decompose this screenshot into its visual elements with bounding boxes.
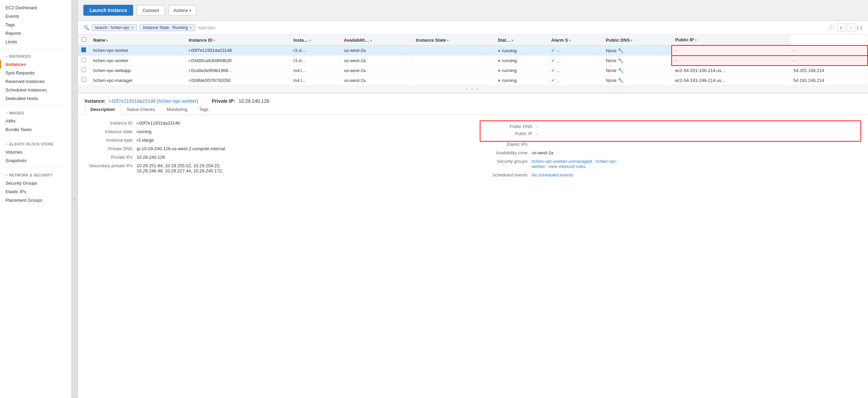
- instance-type-cell: r3.xl…: [290, 56, 340, 66]
- row-select-checkbox[interactable]: [82, 77, 86, 82]
- sidebar-item-volumes[interactable]: Volumes: [0, 148, 71, 156]
- sidebar-item-scheduled-instances[interactable]: Scheduled Instances: [0, 86, 71, 94]
- sort-icon[interactable]: ▾: [569, 39, 571, 42]
- column-header-7[interactable]: Alarm S▾: [548, 35, 602, 45]
- column-header-9[interactable]: Public IP▾: [672, 35, 790, 45]
- column-header-5[interactable]: Instance State▾: [412, 35, 494, 45]
- section-toggle-icon[interactable]: −: [5, 111, 8, 115]
- select-all-checkbox[interactable]: [82, 37, 86, 42]
- sort-icon[interactable]: ▾: [631, 39, 632, 42]
- table-row[interactable]: hchen-vpc-webappi-01a9a3e959b1968…m4.l…u…: [78, 66, 868, 75]
- column-header-6[interactable]: Stat…▾: [494, 35, 548, 45]
- section-toggle-icon[interactable]: −: [5, 54, 8, 59]
- detail-right-col: Public DNS-Public IP- Elastic IPsAvailab…: [480, 120, 861, 181]
- detail-label: Private DNS: [85, 146, 132, 151]
- sort-icon[interactable]: ▾: [309, 39, 311, 42]
- state-filter-remove-icon[interactable]: ✕: [189, 26, 192, 30]
- detail-panel: Instance: i-00f7e11931da23146 (hchen-vpc…: [78, 93, 868, 398]
- detail-left-col: Instance IDi-00f7e11931da23146Instance s…: [85, 120, 466, 181]
- sort-icon[interactable]: ▾: [370, 39, 372, 42]
- section-toggle-icon[interactable]: −: [5, 142, 8, 146]
- sidebar-item-reserved-instances[interactable]: Reserved Instances: [0, 77, 71, 86]
- sidebar-item-amis[interactable]: AMIs: [0, 117, 71, 125]
- instances-table-container: Name▾Instance ID▾Insta…▾Availabilit…▾Ins…: [78, 35, 868, 85]
- search-filter-tag[interactable]: search : hchen-vpc ✕: [92, 24, 137, 31]
- help-icon[interactable]: ?: [828, 25, 835, 31]
- sort-icon[interactable]: ▾: [512, 39, 513, 42]
- detail-label: Private IPs: [85, 155, 132, 160]
- detail-row: Elastic IPs: [480, 142, 861, 147]
- table-row[interactable]: hchen-vpc-workeri-03400ca630df49b30r3.xl…: [78, 56, 868, 66]
- sidebar-item-limits[interactable]: Limits: [0, 38, 71, 46]
- tab-monitoring[interactable]: Monitoring: [161, 104, 193, 115]
- add-filter-placeholder[interactable]: Add filter: [198, 25, 215, 30]
- launch-instance-button[interactable]: Launch Instance: [83, 5, 133, 16]
- detail-value: -: [536, 124, 538, 129]
- detail-value-link[interactable]: No scheduled events: [532, 172, 573, 177]
- resize-handle[interactable]: • • •: [78, 85, 868, 93]
- row-select-checkbox[interactable]: [82, 58, 86, 62]
- sidebar-item-security-groups[interactable]: Security Groups: [0, 179, 71, 187]
- instances-table: Name▾Instance ID▾Insta…▾Availabilit…▾Ins…: [78, 35, 868, 85]
- instance-id-cell: i-059fde5f376792050: [185, 75, 290, 85]
- sidebar-item-ec2-dashboard[interactable]: EC2 Dashboard: [0, 3, 71, 12]
- main-content: Launch Instance Connect Actions ▾ 🔍 sear…: [78, 0, 868, 398]
- sidebar-item-events[interactable]: Events: [0, 12, 71, 20]
- sort-icon[interactable]: ▾: [695, 38, 697, 42]
- state-filter-tag[interactable]: Instance State : Running ✕: [140, 24, 195, 31]
- search-filter-remove-icon[interactable]: ✕: [131, 26, 134, 30]
- detail-row: Public IP-: [485, 131, 856, 136]
- column-header-1[interactable]: Name▾: [90, 35, 185, 45]
- detail-value-link[interactable]: hchen-vpc-worker-unmanaged , hchen-vpc- …: [532, 159, 617, 169]
- sidebar-item-snapshots[interactable]: Snapshots: [0, 156, 71, 165]
- table-row[interactable]: hchen-vpc-manageri-059fde5f376792050m4.l…: [78, 75, 868, 85]
- detail-tabs: DescriptionStatus ChecksMonitoringTags: [78, 104, 868, 115]
- first-page-button[interactable]: |‹: [837, 24, 845, 32]
- state-dot-icon: ●: [498, 77, 501, 83]
- sort-icon[interactable]: ▾: [213, 39, 215, 42]
- sort-icon[interactable]: ▾: [447, 39, 449, 42]
- sidebar-item-reports[interactable]: Reports: [0, 29, 71, 38]
- actions-button[interactable]: Actions ▾: [168, 5, 196, 16]
- column-header-2[interactable]: Instance ID▾: [185, 35, 290, 45]
- sidebar-item-bundle-tasks[interactable]: Bundle Tasks: [0, 125, 71, 134]
- row-checkbox-0[interactable]: [78, 45, 90, 56]
- instance-state-value: running: [502, 68, 517, 73]
- column-header-3[interactable]: Insta…▾: [290, 35, 340, 45]
- column-header-8[interactable]: Public DNS▾: [602, 35, 672, 45]
- sidebar-item-elastic-ips[interactable]: Elastic IPs: [0, 187, 71, 196]
- sidebar-item-instances[interactable]: Instances: [0, 60, 71, 69]
- column-header-4[interactable]: Availabilit…▾: [340, 35, 412, 45]
- detail-label: Public DNS: [485, 124, 532, 129]
- public-ip-cell: -: [790, 45, 868, 56]
- sidebar: EC2 DashboardEventsTagsReportsLimits − I…: [0, 0, 72, 398]
- sort-icon[interactable]: ▾: [106, 39, 108, 42]
- connect-button[interactable]: Connect: [137, 5, 165, 16]
- detail-private-ip-label: Private IP:: [212, 98, 235, 104]
- sidebar-collapse-arrow[interactable]: ‹: [72, 0, 78, 398]
- az-cell: us-west-2a: [340, 66, 412, 75]
- section-toggle-icon[interactable]: −: [5, 173, 8, 177]
- selected-checkbox: [81, 47, 86, 52]
- sidebar-item-dedicated-hosts[interactable]: Dedicated Hosts: [0, 94, 71, 103]
- instance-type-cell: m4.l…: [290, 66, 340, 75]
- row-checkbox-2[interactable]: [78, 66, 90, 75]
- row-select-checkbox[interactable]: [82, 68, 86, 72]
- sidebar-item-placement-groups[interactable]: Placement Groups: [0, 196, 71, 204]
- column-header-0: [78, 35, 90, 45]
- row-checkbox-3[interactable]: [78, 75, 90, 85]
- sidebar-item-tags[interactable]: Tags: [0, 20, 71, 29]
- detail-row: Instance IDi-00f7e11931da23146: [85, 120, 466, 126]
- detail-value: us-west-2a: [532, 150, 554, 155]
- row-checkbox-1[interactable]: [78, 56, 90, 66]
- name-cell: hchen-vpc-webapp: [90, 66, 185, 75]
- instance-type-cell: m4.l…: [290, 75, 340, 85]
- sidebar-item-spot-requests[interactable]: Spot Requests: [0, 69, 71, 77]
- sidebar-section-network-section: − NETWORK & SECURITY: [0, 169, 71, 179]
- tab-tags[interactable]: Tags: [193, 104, 214, 115]
- detail-label: Secondary private IPs: [85, 163, 132, 168]
- prev-page-button[interactable]: ‹: [847, 24, 855, 32]
- tab-description[interactable]: Description: [85, 104, 121, 115]
- table-row[interactable]: hchen-vpc-workeri-00f7e11931da23146r3.xl…: [78, 45, 868, 56]
- tab-status-checks[interactable]: Status Checks: [121, 104, 161, 115]
